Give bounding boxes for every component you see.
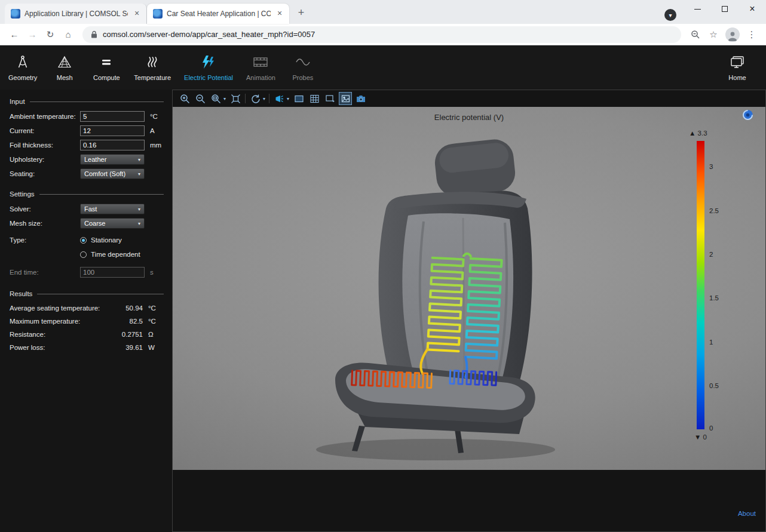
toolbar-geometry-button[interactable]: Geometry	[8, 54, 37, 81]
result-value: 50.94	[112, 305, 143, 312]
graphics-region: ▾ ▾ ▾	[172, 90, 766, 532]
address-input[interactable]: comsol.com/server-demo/app/car_seat_heat…	[82, 26, 681, 43]
field-unit: s	[150, 269, 154, 276]
field-row-solver: Solver: Fast ▾	[0, 202, 172, 216]
new-tab-button[interactable]: +	[293, 5, 310, 21]
field-unit: mm	[150, 142, 161, 149]
zoom-out-icon[interactable]	[194, 93, 206, 104]
browser-address-bar: ← → ↻ ⌂ comsol.com/server-demo/app/car_s…	[0, 24, 766, 45]
toolbar-label: Probes	[292, 74, 313, 81]
close-window-button[interactable]: ×	[739, 0, 766, 18]
about-link[interactable]: About	[738, 510, 756, 517]
end-time-input	[80, 267, 145, 278]
browser-tab-application-library[interactable]: Application Library | COMSOL Se ×	[5, 4, 147, 24]
lock-icon	[91, 30, 97, 38]
toolbar-compute-button[interactable]: Compute	[92, 54, 121, 81]
window-controls: ×	[684, 0, 766, 18]
toolbar-probes-button[interactable]: Probes	[289, 54, 317, 81]
ambient-temperature-input[interactable]	[80, 111, 145, 122]
legend-tick: 3	[709, 163, 713, 170]
field-row-ambient: Ambient temperature: °C	[0, 109, 172, 124]
upholstery-select[interactable]: Leather ▾	[80, 154, 145, 165]
tab-search-button[interactable]: ▾	[664, 9, 676, 21]
solver-select[interactable]: Fast ▾	[80, 204, 145, 214]
colorbar	[697, 141, 704, 429]
result-unit: °C	[148, 318, 163, 325]
foil-thickness-input[interactable]	[80, 140, 145, 150]
tab-close-icon[interactable]: ×	[132, 9, 142, 19]
seating-select[interactable]: Comfort (Soft) ▾	[80, 168, 145, 179]
car-seat-model	[275, 132, 598, 470]
field-row-mesh-size: Mesh size: Coarse ▾	[0, 216, 172, 230]
minimize-icon	[694, 9, 701, 10]
app-ribbon: Geometry Mesh Compute Temperature Electr…	[0, 45, 766, 90]
section-header-input: Input	[10, 98, 164, 105]
legend-tick: 1	[709, 339, 713, 346]
zoom-in-icon[interactable]	[179, 93, 191, 104]
minimize-button[interactable]	[684, 0, 711, 18]
graphics-toolbar: ▾ ▾ ▾	[173, 90, 765, 107]
url-text: comsol.com/server-demo/app/car_seat_heat…	[103, 30, 315, 39]
home-icon[interactable]: ⌂	[60, 26, 76, 43]
scene-light-icon[interactable]	[273, 93, 285, 104]
comsol-favicon	[11, 9, 20, 19]
add-image-icon[interactable]	[324, 93, 336, 104]
chevron-down-icon[interactable]: ▾	[287, 96, 289, 102]
image-mode-icon[interactable]	[339, 93, 351, 104]
toolbar-home-button[interactable]: Home	[723, 54, 752, 81]
result-label: Power loss:	[10, 344, 112, 351]
app-main: Input Ambient temperature: °C Current: A…	[0, 90, 766, 532]
tab-close-icon[interactable]: ×	[275, 9, 284, 19]
mesh-size-select[interactable]: Coarse ▾	[80, 218, 145, 229]
stationary-radio[interactable]	[80, 237, 87, 244]
go-to-default-view-icon[interactable]	[249, 93, 261, 104]
temperature-waves-icon	[145, 54, 160, 70]
page-zoom-icon[interactable]	[687, 26, 704, 43]
toolbar-label: Geometry	[8, 74, 37, 81]
electric-potential-bolt-icon	[201, 54, 216, 70]
field-label: Upholstery:	[10, 156, 80, 163]
section-header-settings: Settings	[10, 190, 164, 198]
browser-menu-icon[interactable]: ⋮	[743, 26, 760, 43]
profile-avatar[interactable]	[725, 27, 740, 42]
toolbar-animation-button[interactable]: Animation	[246, 54, 275, 81]
time-dependent-radio[interactable]	[80, 251, 87, 258]
home-monitor-icon	[730, 54, 745, 70]
chevron-down-icon[interactable]: ▾	[263, 96, 265, 102]
maximize-button[interactable]	[711, 0, 739, 18]
zoom-extents-icon[interactable]	[229, 93, 241, 104]
result-row-max-temp: Maximum temperature: 82.5 °C	[0, 315, 172, 328]
probes-wave-icon	[295, 54, 311, 70]
snapshot-camera-icon[interactable]	[355, 93, 367, 104]
transparency-icon[interactable]	[293, 93, 305, 104]
selected-value: Comfort (Soft)	[84, 170, 125, 177]
field-label: End time:	[10, 269, 80, 276]
comsol-favicon	[153, 9, 163, 19]
browser-tab-car-seat-heater[interactable]: Car Seat Heater Application | CO ×	[147, 4, 289, 24]
comsol-logo[interactable]	[742, 109, 753, 121]
result-row-power-loss: Power loss: 39.61 W	[0, 341, 172, 354]
current-input[interactable]	[80, 125, 145, 136]
result-unit: °C	[148, 305, 163, 312]
bookmark-star-icon[interactable]: ☆	[705, 26, 722, 43]
field-row-end-time: End time: s	[0, 265, 172, 279]
grid-icon[interactable]	[308, 93, 320, 104]
result-unit: Ω	[148, 331, 163, 338]
toolbar-separator	[269, 94, 269, 103]
plot-canvas[interactable]: Electric potential (V)	[173, 107, 765, 470]
field-label: Foil thickness:	[10, 142, 80, 149]
reload-icon[interactable]: ↻	[42, 26, 59, 43]
toolbar-electric-potential-button[interactable]: Electric Potential	[184, 54, 233, 81]
back-icon[interactable]: ←	[6, 26, 23, 43]
field-label: Type:	[10, 236, 80, 244]
toolbar-temperature-button[interactable]: Temperature	[134, 54, 171, 81]
forward-icon[interactable]: →	[24, 26, 41, 43]
field-row-current: Current: A	[0, 124, 172, 138]
toolbar-label: Compute	[93, 74, 120, 81]
zoom-box-icon[interactable]	[210, 93, 222, 104]
result-value: 0.2751	[112, 331, 143, 338]
radio-label: Time dependent	[91, 251, 140, 258]
toolbar-mesh-button[interactable]: Mesh	[50, 54, 79, 81]
result-value: 82.5	[112, 318, 143, 325]
chevron-down-icon[interactable]: ▾	[223, 96, 226, 102]
